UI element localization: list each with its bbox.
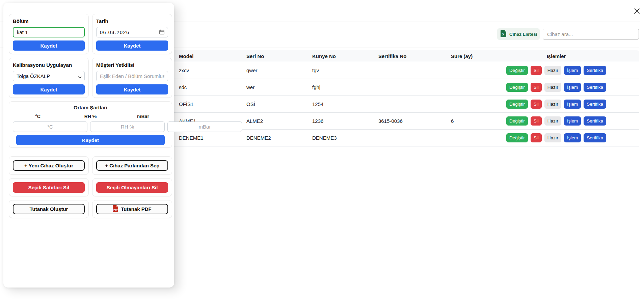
cell-islemler: DeğiştirSilHazırİşlemSertifika: [499, 79, 614, 96]
cell-sure-ay: [448, 62, 499, 79]
cell-sertifika-no: [376, 96, 448, 113]
col-seri-no: Seri No: [244, 50, 310, 62]
row-actions: DeğiştirSilHazırİşlemSertifika: [502, 100, 611, 109]
row-action-degistir-button[interactable]: Değiştir: [506, 133, 528, 142]
secili-satirlari-sil-button[interactable]: Seçili Satırları Sil: [13, 182, 85, 193]
row-action-sertifika-button[interactable]: Sertifika: [584, 66, 606, 75]
device-search-input[interactable]: [543, 29, 639, 39]
row-action-islem-button[interactable]: İşlem: [564, 83, 581, 92]
cell-seri-no: wer: [244, 79, 310, 96]
row-action-islem-button[interactable]: İşlem: [564, 133, 581, 142]
kalibrasyonu-uygulayan-card: Kalibrasyonu Uygulayan Tolga ÖZKALP Kayd…: [9, 58, 89, 98]
tutanak-pdf-button[interactable]: PDF Tutanak PDF: [96, 204, 168, 214]
row-action-hazir-button[interactable]: Hazır: [544, 66, 561, 75]
cell-sertifika-no: [376, 130, 448, 146]
row-action-sertifika-button[interactable]: Sertifika: [584, 133, 606, 142]
cell-model: zxcv: [176, 62, 244, 79]
row-action-degistir-button[interactable]: Değiştir: [506, 83, 528, 92]
row-action-degistir-button[interactable]: Değiştir: [506, 100, 528, 109]
row-action-sil-button[interactable]: Sil: [531, 83, 542, 92]
row-actions: DeğiştirSilHazırİşlemSertifika: [502, 116, 611, 126]
cihaz-listesi-button[interactable]: x Cihaz Listesi: [497, 28, 540, 40]
col-spacer: [614, 50, 639, 62]
cell-sure-ay: [448, 130, 499, 146]
tarih-input[interactable]: 06.03.2026: [96, 27, 168, 37]
cell-sure-ay: 6: [448, 113, 499, 130]
cell-islemler: DeğiştirSilHazırİşlemSertifika: [499, 62, 614, 79]
device-table: Model Seri No Künye No Sertifika No Süre…: [142, 50, 639, 146]
yeni-cihaz-card: + Yeni Cihaz Oluştur: [9, 156, 89, 175]
row-action-islem-button[interactable]: İşlem: [564, 116, 581, 126]
ortam-sartlari-card: Ortam Şartları °C RH % mBar Kaydet: [9, 101, 172, 148]
secili-olmayanlari-sil-card: Seçili Olmayanları Sil: [92, 178, 172, 196]
musteri-yetkilisi-input[interactable]: [96, 71, 168, 81]
row-action-islem-button[interactable]: İşlem: [564, 100, 581, 109]
cell-kunye-no: DENEME3: [310, 130, 376, 146]
ortam-sartlari-save-button[interactable]: Kaydet: [16, 135, 165, 145]
secili-satirlari-sil-card: Seçili Satırları Sil: [9, 178, 89, 196]
bolum-input[interactable]: [13, 27, 85, 37]
row-action-degistir-button[interactable]: Değiştir: [506, 66, 528, 75]
table-row: DENEME1 DENEME2 DENEME3 DeğiştirSilHazır…: [142, 130, 639, 146]
cell-seri-no: OSİ: [244, 96, 310, 113]
humidity-input[interactable]: [90, 121, 165, 132]
cell-model: DENEME1: [176, 130, 244, 146]
secili-olmayanlari-sil-button[interactable]: Seçili Olmayanları Sil: [96, 182, 168, 193]
musteri-yetkilisi-card: Müşteri Yetkilisi Kaydet: [92, 58, 172, 98]
row-action-sertifika-button[interactable]: Sertifika: [584, 83, 606, 92]
musteri-yetkilisi-save-button[interactable]: Kaydet: [96, 84, 168, 94]
cell-sertifika-no: [376, 79, 448, 96]
pressure-label: mBar: [118, 114, 168, 119]
cell-islemler: DeğiştirSilHazırİşlemSertifika: [499, 113, 614, 130]
row-action-hazir-button[interactable]: Hazır: [544, 133, 561, 142]
close-button[interactable]: [632, 7, 642, 16]
pressure-input[interactable]: [167, 121, 242, 132]
pdf-icon: PDF: [113, 205, 118, 213]
cell-spacer: [614, 79, 639, 96]
col-sertifika-no: Sertifika No: [376, 50, 448, 62]
tutanak-olustur-button[interactable]: Tutanak Oluştur: [13, 204, 85, 214]
row-action-sertifika-button[interactable]: Sertifika: [584, 116, 606, 126]
musteri-yetkilisi-label: Müşteri Yetkilisi: [96, 62, 168, 68]
row-action-sil-button[interactable]: Sil: [531, 116, 542, 126]
bolum-label: Bölüm: [13, 18, 85, 24]
excel-icon: x: [501, 30, 507, 38]
row-action-sil-button[interactable]: Sil: [531, 100, 542, 109]
cell-sure-ay: [448, 79, 499, 96]
col-model: Model: [176, 50, 244, 62]
row-action-sil-button[interactable]: Sil: [531, 66, 542, 75]
cell-spacer: [614, 96, 639, 113]
kalibrasyonu-uygulayan-label: Kalibrasyonu Uygulayan: [13, 62, 85, 68]
row-action-sertifika-button[interactable]: Sertifika: [584, 100, 606, 109]
humidity-label: RH %: [65, 114, 115, 119]
tarih-card: Tarih 06.03.2026 Kaydet: [92, 14, 172, 54]
cell-spacer: [614, 62, 639, 79]
calendar-icon[interactable]: [159, 29, 164, 35]
cell-spacer: [614, 130, 639, 146]
cell-seri-no: ALME2: [244, 113, 310, 130]
close-icon: [634, 8, 640, 16]
yeni-cihaz-olustur-button[interactable]: + Yeni Cihaz Oluştur: [13, 160, 85, 171]
row-action-hazir-button[interactable]: Hazır: [544, 100, 561, 109]
tarih-save-button[interactable]: Kaydet: [96, 40, 168, 51]
row-action-sil-button[interactable]: Sil: [531, 133, 542, 142]
row-action-degistir-button[interactable]: Değiştir: [506, 116, 528, 126]
bolum-save-button[interactable]: Kaydet: [13, 40, 85, 51]
cihaz-parkindan-card: + Cihaz Parkından Seç: [92, 156, 172, 175]
celsius-input[interactable]: [13, 121, 87, 132]
row-actions: DeğiştirSilHazırİşlemSertifika: [502, 66, 611, 75]
cell-model: sdc: [176, 79, 244, 96]
row-action-hazir-button[interactable]: Hazır: [544, 116, 561, 126]
table-row: sdc wer fghj DeğiştirSilHazırİşlemSertif…: [142, 79, 639, 96]
row-action-hazir-button[interactable]: Hazır: [544, 83, 561, 92]
kalibrasyonu-uygulayan-select[interactable]: Tolga ÖZKALP: [13, 71, 85, 81]
kalibrasyonu-uygulayan-save-button[interactable]: Kaydet: [13, 84, 85, 94]
cell-kunye-no: 1236: [310, 113, 376, 130]
cihaz-parkindan-sec-button[interactable]: + Cihaz Parkından Seç: [96, 160, 168, 171]
device-table-body: zxcv qwer tgv DeğiştirSilHazırİşlemSerti…: [142, 62, 639, 146]
kalibrasyonu-uygulayan-selected: Tolga ÖZKALP: [17, 73, 50, 79]
row-actions: DeğiştirSilHazırİşlemSertifika: [502, 133, 611, 142]
cell-sertifika-no: [376, 62, 448, 79]
modal-right-border: [640, 22, 640, 300]
row-action-islem-button[interactable]: İşlem: [564, 66, 581, 75]
